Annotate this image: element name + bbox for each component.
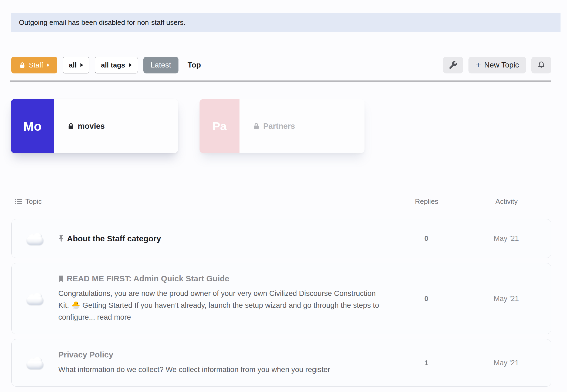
- category-initials: Pa: [212, 120, 227, 133]
- nav-tab-latest[interactable]: Latest: [143, 57, 178, 73]
- category-cards: Mo movies Pa Partners: [11, 99, 551, 153]
- cloud-avatar[interactable]: [27, 357, 43, 369]
- replies-count: 0: [424, 295, 428, 303]
- caret-right-icon: [80, 63, 83, 67]
- activity-date: May '21: [494, 295, 519, 303]
- topic-column-header[interactable]: Topic: [11, 197, 392, 206]
- filter-divider: [10, 80, 551, 82]
- lock-icon: [68, 123, 74, 130]
- pin-icon: [58, 235, 64, 242]
- bookmark-icon: [58, 275, 64, 282]
- avatar-cell: [12, 357, 58, 369]
- activity-date: May '21: [494, 234, 519, 242]
- topic-excerpt: What information do we collect? We colle…: [58, 364, 380, 376]
- email-disabled-banner: Outgoing email has been disabled for non…: [11, 13, 561, 32]
- cloud-avatar[interactable]: [27, 232, 43, 245]
- subcategory-dropdown-label: all: [69, 61, 77, 69]
- category-name: Partners: [263, 122, 295, 131]
- lock-icon: [253, 123, 260, 130]
- replies-count: 0: [424, 234, 428, 242]
- category-initials: Mo: [23, 119, 42, 134]
- replies-count: 1: [424, 359, 428, 367]
- new-topic-label: New Topic: [484, 61, 519, 69]
- category-dropdown-label: Staff: [29, 61, 43, 69]
- topic-row-about-staff[interactable]: About the Staff category 0 May '21: [11, 219, 551, 258]
- topic-column-label: Topic: [25, 197, 42, 206]
- banner-text: Outgoing email has been disabled for non…: [19, 18, 185, 27]
- avatar-cell: [12, 232, 58, 245]
- category-card-partners[interactable]: Pa Partners: [200, 99, 364, 153]
- caret-right-icon: [47, 63, 49, 67]
- topic-title-link[interactable]: READ ME FIRST: Admin Quick Start Guide: [67, 274, 229, 283]
- topic-list: About the Staff category 0 May '21 READ …: [11, 219, 551, 387]
- plus-icon: +: [475, 60, 481, 69]
- notifications-bell-button[interactable]: [531, 57, 551, 73]
- category-card-movies[interactable]: Mo movies: [11, 99, 178, 153]
- topic-title[interactable]: Privacy Policy: [58, 350, 391, 359]
- category-label: movies: [54, 99, 178, 153]
- bell-icon: [537, 61, 546, 69]
- tags-dropdown-label: all tags: [101, 61, 125, 69]
- topic-title[interactable]: About the Staff category: [58, 234, 391, 243]
- topic-list-header: Topic Replies Activity: [11, 197, 551, 206]
- topic-title[interactable]: READ ME FIRST: Admin Quick Start Guide: [58, 274, 391, 283]
- topic-title-link[interactable]: Privacy Policy: [58, 350, 113, 359]
- category-name: movies: [78, 122, 105, 131]
- cloud-avatar[interactable]: [27, 292, 43, 305]
- filter-bar: Staff all all tags Latest Top + New Topi…: [11, 57, 551, 73]
- avatar-cell: [12, 292, 58, 305]
- activity-date: May '21: [494, 359, 519, 367]
- topic-row-privacy-policy[interactable]: Privacy Policy What information do we co…: [11, 339, 551, 387]
- activity-column-header[interactable]: Activity: [462, 197, 551, 206]
- subcategory-dropdown[interactable]: all: [63, 57, 89, 73]
- category-admin-wrench-button[interactable]: [443, 57, 463, 73]
- category-badge: Mo: [11, 99, 54, 153]
- staff-category-page: Outgoing email has been disabled for non…: [0, 0, 567, 387]
- caret-right-icon: [129, 63, 132, 67]
- category-badge: Pa: [200, 99, 239, 153]
- wrench-icon: [449, 61, 457, 69]
- new-topic-button[interactable]: + New Topic: [468, 57, 526, 73]
- lock-icon: [19, 62, 25, 68]
- list-icon: [15, 198, 22, 205]
- replies-column-header[interactable]: Replies: [392, 197, 462, 206]
- nav-tab-top[interactable]: Top: [188, 61, 201, 69]
- topic-excerpt: Congratulations, you are now the proud o…: [58, 288, 380, 323]
- category-label: Partners: [239, 99, 364, 153]
- topic-title-link[interactable]: About the Staff category: [67, 234, 161, 243]
- topic-row-read-me-first[interactable]: READ ME FIRST: Admin Quick Start Guide C…: [11, 263, 551, 334]
- category-dropdown-staff[interactable]: Staff: [11, 57, 57, 73]
- tags-dropdown[interactable]: all tags: [95, 57, 138, 73]
